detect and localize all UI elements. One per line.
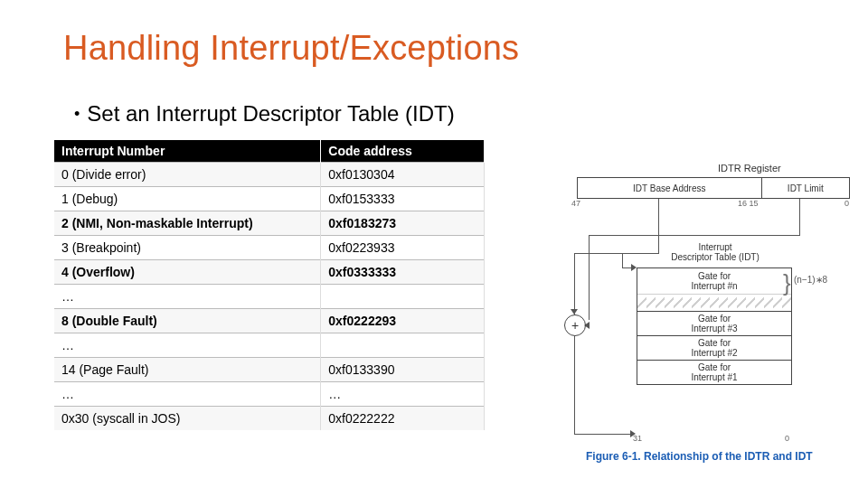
table-row: 3 (Breakpoint)0xf0223933 [54, 236, 485, 260]
cell: 1 (Debug) [54, 187, 321, 211]
arrow-line-icon [574, 253, 575, 314]
cell: 0xf0153333 [321, 187, 485, 211]
table-row: …… [54, 382, 485, 407]
table-row: … [54, 333, 485, 358]
arrow-line-icon [622, 253, 623, 267]
cell: … [54, 285, 321, 309]
table-row: 4 (Overflow)0xf0333333 [54, 260, 485, 285]
arrow-line-icon [574, 336, 575, 434]
table-header-row: Interrupt Number Code address [54, 140, 485, 163]
figure-caption: Figure 6-1. Relationship of the IDTR and… [586, 450, 813, 463]
cell: 3 (Breakpoint) [54, 236, 321, 260]
cell: 14 (Page Fault) [54, 358, 321, 382]
ellipsis-zigzag-icon [637, 294, 791, 311]
gate-2: Gate for Interrupt #2 [637, 335, 791, 360]
arrow-line-icon [589, 235, 800, 236]
bullet-dot-icon: • [74, 105, 80, 124]
cell: 0 (Divide error) [54, 163, 321, 187]
bullet-line: •Set an Interrupt Descriptor Table (IDT) [74, 101, 455, 127]
cell: 0xf0133390 [321, 358, 485, 382]
bullet-text: Set an Interrupt Descriptor Table (IDT) [87, 101, 454, 126]
cell: 0xf0333333 [321, 260, 485, 285]
gate-3: Gate for Interrupt #3 [637, 311, 791, 335]
cell [321, 285, 485, 309]
table-header-interrupt: Interrupt Number [54, 140, 321, 163]
slide-title: Handling Interrupt/Exceptions [63, 29, 519, 68]
table-row: … [54, 285, 485, 309]
idtr-diagram: IDTR Register IDT Base Address IDT Limit… [495, 163, 857, 461]
gate-1: Gate for Interrupt #1 [637, 360, 791, 384]
cell [321, 333, 485, 358]
bit-tick-16-15: 16 15 [738, 199, 759, 208]
table-header-address: Code address [321, 140, 485, 163]
cell: … [54, 333, 321, 358]
table-row: 0x30 (syscall in JOS)0xf0222222 [54, 407, 485, 431]
idtr-box: IDT Base Address IDT Limit [577, 177, 850, 199]
gate-n: Gate for Interrupt #n [637, 267, 791, 294]
table-row: 14 (Page Fault)0xf0133390 [54, 358, 485, 382]
cell: 0xf0183273 [321, 211, 485, 236]
arrow-line-icon [574, 434, 630, 435]
cell: 0x30 (syscall in JOS) [54, 407, 321, 431]
cell: 0xf0222222 [321, 407, 485, 431]
bit-tick-0: 0 [844, 199, 849, 208]
slide: Handling Interrupt/Exceptions •Set an In… [0, 0, 868, 488]
cell: 8 (Double Fault) [54, 309, 321, 333]
arrow-line-icon [589, 235, 590, 320]
cell: 4 (Overflow) [54, 260, 321, 285]
axis-0: 0 [785, 434, 789, 443]
arrow-line-icon [622, 267, 631, 268]
arrow-line-icon [799, 199, 800, 235]
cell: 0xf0222293 [321, 309, 485, 333]
table-row: 8 (Double Fault)0xf0222293 [54, 309, 485, 333]
cell: … [321, 382, 485, 407]
cell: 0xf0130304 [321, 163, 485, 187]
idtr-limit-field: IDT Limit [762, 178, 849, 198]
table-row: 1 (Debug)0xf0153333 [54, 187, 485, 211]
brace-n-label: (n−1)∗8 [794, 275, 827, 285]
arrow-line-icon [574, 253, 659, 254]
cell: 2 (NMI, Non-maskable Interrupt) [54, 211, 321, 236]
idtr-register-label: IDTR Register [718, 163, 781, 174]
axis-31: 31 [633, 434, 642, 443]
idt-table: Interrupt Number Code address 0 (Divide … [54, 140, 485, 430]
cell: … [54, 382, 321, 407]
arrow-line-icon [658, 199, 659, 253]
bit-tick-47: 47 [571, 199, 580, 208]
plus-adder-icon: + [564, 314, 586, 336]
table-row: 0 (Divide error)0xf0130304 [54, 163, 485, 187]
idt-stack: Gate for Interrupt #n Gate for Interrupt… [637, 267, 792, 385]
idt-title-label: Interrupt Descriptor Table (IDT) [665, 242, 765, 262]
cell: 0xf0223933 [321, 236, 485, 260]
table-row: 2 (NMI, Non-maskable Interrupt)0xf018327… [54, 211, 485, 236]
idtr-base-field: IDT Base Address [578, 178, 762, 198]
